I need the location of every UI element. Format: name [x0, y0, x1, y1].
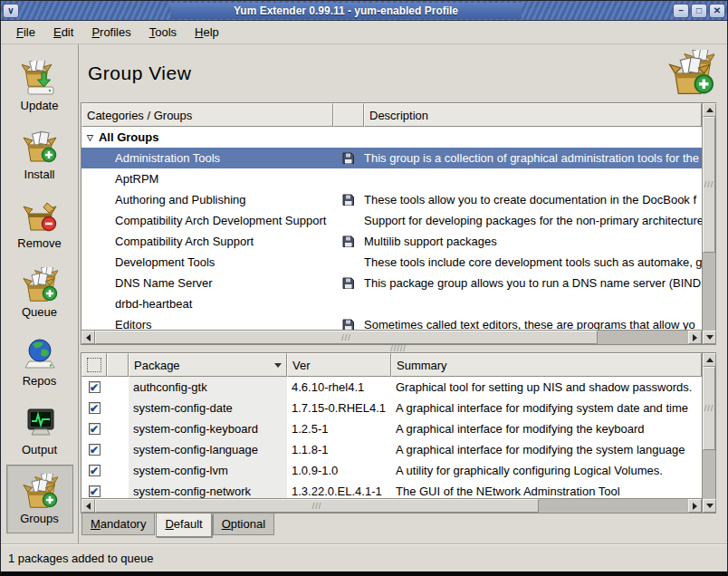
package-checkbox[interactable]: ✔ — [89, 381, 101, 393]
sidebar-item-label: Install — [24, 168, 55, 181]
sidebar: Update Install Remove — [1, 44, 79, 543]
package-row[interactable]: ✔ system-config-keyboard 1.2.5-1 A graph… — [81, 418, 702, 439]
sidebar-item-remove[interactable]: Remove — [6, 189, 73, 258]
group-tree-vscrollbar[interactable]: /// — [702, 103, 715, 344]
status-message: 1 packages added to queue — [8, 552, 153, 565]
hscroll-thumb[interactable]: /// — [95, 331, 598, 344]
package-row[interactable]: ✔ authconfig-gtk 4.6.10-rhel4.1 Graphica… — [81, 377, 702, 398]
group-row[interactable]: AptRPM — [81, 168, 702, 189]
chevron-down-icon: ∨ — [7, 6, 14, 15]
scroll-down-icon[interactable] — [703, 331, 716, 344]
scroll-up-icon[interactable] — [703, 103, 716, 117]
group-row[interactable]: Administration Tools This group is a col… — [81, 148, 702, 168]
menu-edit[interactable]: Edit — [45, 23, 81, 42]
menubar: File Edit Profiles Tools Help — [1, 21, 727, 44]
menu-help[interactable]: Help — [187, 23, 227, 42]
group-row[interactable]: Compatibility Arch Support Multilib supp… — [81, 231, 702, 252]
close-button[interactable]: ✕ — [709, 4, 725, 18]
column-header-description[interactable]: Description — [364, 103, 702, 127]
package-table-vscrollbar[interactable]: /// — [702, 353, 715, 513]
titlebar[interactable]: ∨ Yum Extender 0.99.11 - yum-enabled Pro… — [1, 1, 727, 21]
sort-descending-icon — [274, 363, 282, 368]
sidebar-item-label: Output — [22, 443, 57, 456]
column-header-categories-groups[interactable]: Categories / Groups — [81, 103, 333, 127]
sidebar-item-update[interactable]: Update — [6, 52, 73, 120]
group-package-tabs: Mandatory Default Optional — [81, 514, 716, 540]
group-row[interactable]: Development Tools These tools include co… — [81, 252, 702, 273]
tree-root-row[interactable]: ▽All Groups — [81, 127, 702, 148]
group-tree-hscrollbar[interactable]: /// — [81, 330, 702, 344]
pane-splitter[interactable]: ///// — [81, 345, 716, 352]
vscroll-thumb[interactable]: /// — [703, 117, 715, 253]
column-header-ver[interactable]: Ver — [287, 353, 391, 377]
group-row[interactable]: drbd-heartbeat — [81, 293, 702, 314]
window-title: Yum Extender 0.99.11 - yum-enabled Profi… — [170, 3, 522, 19]
column-header-package[interactable]: Package — [129, 353, 287, 377]
tab-optional[interactable]: Optional — [213, 514, 274, 535]
vscroll-thumb[interactable]: /// — [703, 367, 715, 450]
floppy-icon — [342, 277, 355, 290]
main-area: Group View Categories / Groups Descripti… — [79, 44, 727, 543]
floppy-icon — [342, 319, 355, 331]
column-header-summary[interactable]: Summary — [391, 353, 702, 377]
repos-globe-icon — [22, 336, 58, 372]
scroll-down-icon[interactable] — [703, 499, 716, 513]
group-view-header-icon — [667, 50, 714, 97]
tab-default[interactable]: Default — [156, 514, 211, 537]
page-title: Group View — [88, 62, 191, 84]
scroll-up-icon[interactable] — [703, 353, 716, 367]
sidebar-item-output[interactable]: Output — [6, 396, 73, 465]
scroll-right-icon[interactable] — [688, 331, 702, 344]
sidebar-item-queue[interactable]: Queue — [6, 258, 73, 327]
package-row[interactable]: ✔ system-config-network 1.3.22.0.EL.4.1-… — [81, 481, 702, 498]
package-table-hscrollbar[interactable]: /// — [81, 498, 702, 513]
close-icon: ✕ — [714, 6, 721, 15]
scroll-left-icon[interactable] — [81, 331, 95, 344]
scroll-left-icon[interactable] — [81, 499, 95, 513]
package-checkbox[interactable]: ✔ — [89, 465, 101, 476]
sidebar-item-repos[interactable]: Repos — [6, 327, 73, 396]
group-row[interactable]: DNS Name Server This package group allow… — [81, 273, 702, 293]
group-tree-panel: Categories / Groups Description ▽All Gro… — [81, 102, 716, 345]
tree-root-label: All Groups — [99, 130, 158, 144]
group-row[interactable]: Compatibility Arch Development Support S… — [81, 210, 702, 231]
expander-triangle-icon[interactable]: ▽ — [87, 133, 93, 142]
maximize-button[interactable]: □ — [691, 4, 707, 18]
package-table-header: Package Ver Summary — [81, 353, 702, 377]
package-row[interactable]: ✔ system-config-lvm 1.0.9-1.0 A utility … — [81, 460, 702, 481]
group-tree-rows: ▽All Groups Administration Tools This gr… — [81, 127, 702, 330]
sidebar-item-label: Groups — [20, 512, 59, 525]
hscroll-thumb[interactable]: /// — [95, 499, 539, 513]
package-checkbox[interactable]: ✔ — [89, 402, 101, 414]
package-checkbox[interactable]: ✔ — [89, 444, 101, 456]
package-checkbox[interactable]: ✔ — [89, 485, 101, 497]
column-header-icon[interactable] — [333, 103, 364, 127]
package-row[interactable]: ✔ system-config-date 1.7.15-0.RHEL4.1 A … — [81, 398, 702, 418]
sidebar-item-install[interactable]: Install — [6, 120, 73, 189]
sidebar-item-label: Update — [21, 99, 59, 112]
sidebar-item-label: Remove — [17, 236, 61, 250]
window-menu-button[interactable]: ∨ — [3, 4, 19, 18]
minimize-button[interactable]: – — [673, 4, 689, 18]
minimize-icon: – — [678, 6, 684, 15]
package-row[interactable]: ✔ system-config-language 1.1.8-1 A graph… — [81, 439, 702, 460]
sidebar-item-label: Repos — [23, 374, 57, 388]
column-header-select[interactable] — [81, 353, 107, 377]
group-row[interactable]: Editors Sometimes called text editors, t… — [81, 314, 702, 330]
floppy-icon — [342, 152, 355, 165]
column-header-status[interactable] — [107, 353, 129, 377]
group-row[interactable]: Authoring and Publishing These tools all… — [81, 189, 702, 210]
app-window: ∨ Yum Extender 0.99.11 - yum-enabled Pro… — [0, 0, 728, 576]
sidebar-item-label: Queue — [22, 305, 57, 319]
menu-file[interactable]: File — [8, 23, 43, 42]
floppy-icon — [342, 194, 355, 206]
menu-profiles[interactable]: Profiles — [83, 23, 139, 42]
scroll-right-icon[interactable] — [688, 499, 702, 513]
floppy-icon — [342, 235, 355, 248]
output-monitor-icon — [22, 405, 58, 441]
statusbar: 1 packages added to queue — [1, 543, 727, 571]
sidebar-item-groups[interactable]: Groups — [6, 465, 73, 533]
package-checkbox[interactable]: ✔ — [89, 423, 101, 435]
menu-tools[interactable]: Tools — [141, 23, 185, 42]
tab-mandatory[interactable]: Mandatory — [81, 514, 155, 535]
